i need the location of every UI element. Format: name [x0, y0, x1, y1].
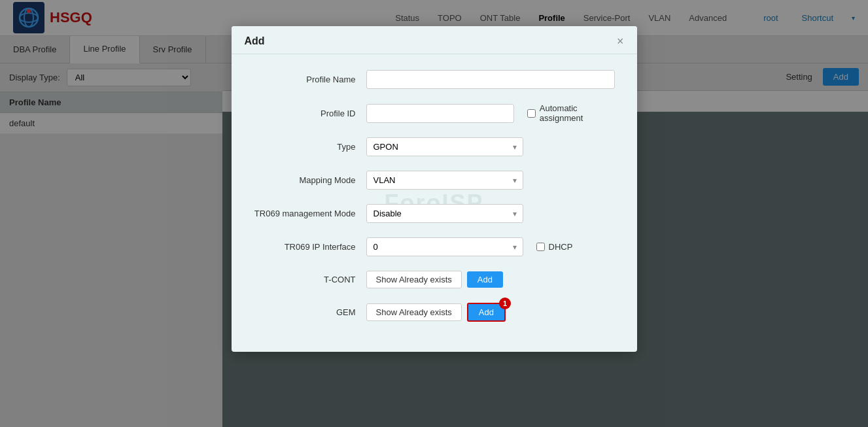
tcont-group: Show Already exists Add	[366, 271, 503, 288]
gem-show-exists-button[interactable]: Show Already exists	[366, 303, 462, 321]
modal-title: Add	[245, 35, 265, 47]
mapping-mode-select-wrapper: VLAN	[366, 171, 523, 190]
modal-close-button[interactable]: ×	[617, 35, 624, 47]
profile-id-group: Automatic assignment	[366, 103, 617, 123]
tcont-add-button[interactable]: Add	[467, 271, 503, 288]
gem-label: GEM	[251, 307, 356, 317]
type-select[interactable]: GPON	[366, 137, 523, 156]
modal-header: Add ×	[232, 26, 637, 54]
tr069-ip-group: 0 DHCP	[366, 237, 573, 256]
modal-body: ForoISP Profile Name Profile ID Automati…	[232, 54, 637, 352]
gem-row: GEM Show Already exists Add 1	[251, 303, 617, 322]
dhcp-checkbox[interactable]	[536, 243, 545, 251]
mapping-mode-row: Mapping Mode VLAN	[251, 171, 617, 190]
type-select-wrapper: GPON	[366, 137, 523, 156]
modal-overlay: Add × ForoISP Profile Name Profile ID Au…	[0, 0, 868, 427]
tr069-ip-select[interactable]: 0	[366, 237, 523, 256]
dhcp-label: DHCP	[536, 242, 573, 252]
tcont-label: T-CONT	[251, 275, 356, 284]
profile-id-label: Profile ID	[251, 109, 356, 118]
tcont-row: T-CONT Show Already exists Add	[251, 271, 617, 288]
tr069-mode-select[interactable]: Disable	[366, 204, 523, 223]
profile-name-input[interactable]	[366, 70, 615, 89]
profile-name-label: Profile Name	[251, 75, 356, 84]
tr069-ip-select-wrapper: 0	[366, 237, 523, 256]
type-row: Type GPON	[251, 137, 617, 156]
tcont-show-exists-button[interactable]: Show Already exists	[366, 271, 462, 288]
gem-add-button[interactable]: Add 1	[467, 303, 506, 322]
type-label: Type	[251, 142, 356, 152]
tr069-mode-select-wrapper: Disable	[366, 204, 523, 223]
add-modal: Add × ForoISP Profile Name Profile ID Au…	[232, 26, 637, 352]
gem-badge: 1	[499, 298, 511, 309]
automatic-assignment-label: Automatic assignment	[527, 103, 617, 123]
profile-name-row: Profile Name	[251, 70, 617, 89]
mapping-mode-label: Mapping Mode	[251, 175, 356, 185]
tr069-ip-label: TR069 IP Interface	[251, 242, 356, 252]
tr069-mode-row: TR069 management Mode Disable	[251, 204, 617, 223]
tr069-mode-label: TR069 management Mode	[251, 209, 356, 218]
mapping-mode-select[interactable]: VLAN	[366, 171, 523, 190]
profile-id-row: Profile ID Automatic assignment	[251, 103, 617, 123]
gem-group: Show Already exists Add 1	[366, 303, 506, 322]
profile-id-input[interactable]	[366, 104, 514, 123]
tr069-ip-row: TR069 IP Interface 0 DHCP	[251, 237, 617, 256]
automatic-assignment-checkbox[interactable]	[527, 109, 536, 118]
